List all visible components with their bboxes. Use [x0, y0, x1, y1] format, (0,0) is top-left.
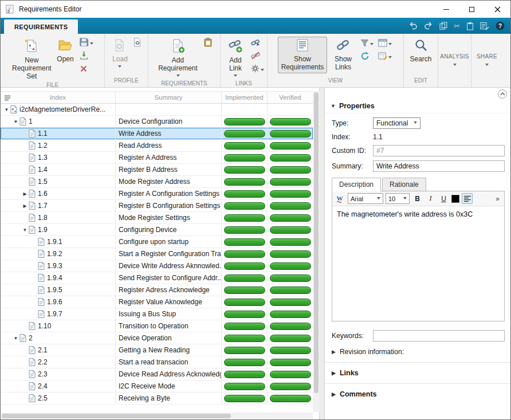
tree-toggle-icon[interactable]: ▼ — [21, 227, 29, 233]
table-row[interactable]: 1.9.7Issuing a Bus Stup — [1, 308, 313, 320]
column-header-index[interactable]: Index — [1, 92, 115, 103]
close-button[interactable] — [485, 1, 510, 18]
requirements-editor-window: Requirements Editor REQUIREMENTS ✂ ? — [0, 0, 511, 420]
table-row[interactable]: 1.9.2Start a Register Configuration Tra.… — [1, 248, 313, 260]
tree-toggle-icon[interactable]: ▼ — [12, 336, 19, 341]
table-row[interactable]: 2.1Getting a New Reading — [1, 344, 313, 356]
font-color-swatch[interactable] — [451, 195, 459, 203]
show-links-button[interactable]: Show Links — [328, 37, 358, 73]
description-editor[interactable]: The magnetometer's write address is 0x3C — [332, 206, 504, 321]
table-row[interactable]: 2.2Start a read transacion — [1, 356, 313, 368]
table-row[interactable]: 1.1Write Address — [1, 128, 313, 140]
custom-id-input[interactable] — [373, 145, 505, 156]
align-button[interactable] — [462, 193, 473, 204]
table-row[interactable]: ▼2Device Operation — [1, 332, 313, 344]
underline-button[interactable]: U — [438, 193, 449, 204]
tab-rationale[interactable]: Rationale — [382, 178, 426, 191]
add-requirement-button[interactable]: Add Requirement — [155, 37, 201, 80]
filter-button[interactable] — [359, 38, 375, 50]
vertical-scrollbar[interactable] — [313, 91, 320, 412]
keywords-input[interactable] — [373, 330, 505, 342]
column-header-implemented[interactable]: Implemented — [221, 92, 267, 103]
font-family-select[interactable]: Arial — [348, 193, 383, 204]
table-row[interactable]: 1.9.5Register Adress Acknowledge — [1, 284, 313, 296]
revision-section-header[interactable]: ▶ Revision information: — [332, 348, 505, 356]
minimize-button[interactable] — [433, 1, 459, 18]
panel-splitter[interactable] — [320, 88, 324, 420]
link-settings-button[interactable] — [250, 64, 265, 76]
table-row[interactable]: 1.3Register A Address — [1, 152, 313, 164]
collapse-panel-button[interactable] — [498, 89, 507, 99]
type-select-value: Functional — [376, 119, 408, 127]
toolbar-overflow-button[interactable]: » — [493, 195, 502, 203]
cut-icon[interactable]: ✂ — [454, 22, 460, 30]
table-row[interactable]: ▶1.7Register B Configuration Settings — [1, 200, 313, 212]
paste-requirement-button[interactable] — [202, 37, 214, 49]
table-row[interactable]: 1.9.6Register Value Aknowledge — [1, 296, 313, 308]
add-link-button[interactable]: Add Link — [222, 37, 249, 80]
tab-description[interactable]: Description — [332, 178, 381, 191]
spell-check-icon[interactable]: W — [335, 193, 345, 204]
table-row[interactable]: 2.5Receiving a Byte — [1, 392, 313, 405]
tree-toggle-icon[interactable]: ▼ — [3, 107, 10, 112]
edit-profile-button[interactable] — [132, 37, 143, 49]
toolbar-section-file: New Requirement Set Open — [1, 34, 105, 87]
table-row[interactable]: 2.3Device Read Address Acknowledge — [1, 368, 313, 380]
columns-button[interactable] — [377, 38, 393, 50]
table-row[interactable]: ▼1Device Configuration — [1, 116, 313, 128]
help-icon[interactable]: ? — [496, 21, 505, 30]
load-profile-button[interactable]: Load — [109, 37, 131, 71]
table-row[interactable]: ▼1.9Configuring Device — [1, 224, 313, 236]
annotations-icon[interactable] — [480, 22, 489, 30]
table-row[interactable]: 1.9.4Send Register to Configure Addr... — [1, 272, 313, 284]
implemented-progress-bar — [224, 286, 265, 294]
font-size-select[interactable]: 10 — [386, 193, 410, 204]
analysis-section-button[interactable]: ANALYSIS — [438, 34, 471, 87]
table-view-button[interactable] — [377, 51, 393, 63]
table-row[interactable]: 2.4I2C Receive Mode — [1, 380, 313, 392]
tree-toggle-icon[interactable]: ▶ — [21, 203, 29, 209]
italic-button[interactable]: I — [425, 193, 436, 204]
links-section-header[interactable]: ▶ Links — [332, 369, 505, 377]
new-requirement-set-button[interactable]: New Requirement Set — [10, 37, 53, 82]
tree-toggle-icon[interactable]: ▶ — [21, 191, 29, 197]
table-row[interactable]: 1.9.3Device Write Address Aknnowled... — [1, 260, 313, 272]
close-set-button[interactable] — [78, 64, 95, 76]
table-row[interactable]: 1.5Mode Register Address — [1, 176, 313, 188]
tab-requirements[interactable]: REQUIREMENTS — [4, 19, 78, 34]
table-row[interactable]: ▶1.6Register A Configuration Settings — [1, 188, 313, 200]
type-select[interactable]: Functional — [373, 117, 420, 129]
undo-icon[interactable] — [408, 22, 418, 30]
table-row[interactable]: 1.2Read Address — [1, 140, 313, 152]
vertical-scrollbar-thumb[interactable] — [314, 92, 319, 393]
summary-input[interactable] — [373, 160, 505, 172]
horizontal-scrollbar-thumb[interactable] — [2, 414, 231, 418]
maximize-button[interactable] — [459, 1, 485, 18]
grid-corner-icon[interactable] — [3, 94, 11, 104]
table-row[interactable]: 1.10Transition to Operation — [1, 320, 313, 332]
table-row[interactable]: 1.9.1Configure upon startup — [1, 236, 313, 248]
tree-toggle-icon[interactable]: ▼ — [12, 119, 19, 124]
horizontal-scrollbar[interactable] — [1, 413, 313, 419]
import-button[interactable] — [78, 50, 95, 62]
show-requirements-button[interactable]: Show Requirements — [278, 37, 327, 73]
save-button[interactable] — [78, 37, 95, 49]
copy-icon[interactable] — [439, 22, 447, 30]
comments-section-header[interactable]: ▶ Comments — [332, 390, 505, 398]
search-button[interactable]: Search — [407, 37, 434, 65]
properties-section-header[interactable]: ▼ Properties — [325, 100, 511, 113]
delete-link-button[interactable] — [250, 50, 265, 62]
column-header-summary[interactable]: Summary — [115, 92, 221, 103]
table-row[interactable]: 1.4Register B Address — [1, 164, 313, 176]
paste-icon[interactable] — [466, 22, 474, 30]
table-row[interactable]: 1.8Mode Register Settings — [1, 212, 313, 224]
column-header-verified[interactable]: Verified — [267, 92, 313, 103]
refresh-button[interactable] — [359, 51, 375, 63]
bold-button[interactable]: B — [412, 193, 423, 204]
link-to-selection-button[interactable] — [250, 37, 265, 49]
redo-icon[interactable] — [424, 22, 433, 30]
table-row[interactable]: ▼i2cMagnetometerDriverRe... — [1, 104, 313, 116]
edit-profile-icon — [133, 38, 142, 49]
open-button[interactable]: Open — [54, 37, 76, 65]
share-section-button[interactable]: SHARE — [471, 34, 502, 87]
